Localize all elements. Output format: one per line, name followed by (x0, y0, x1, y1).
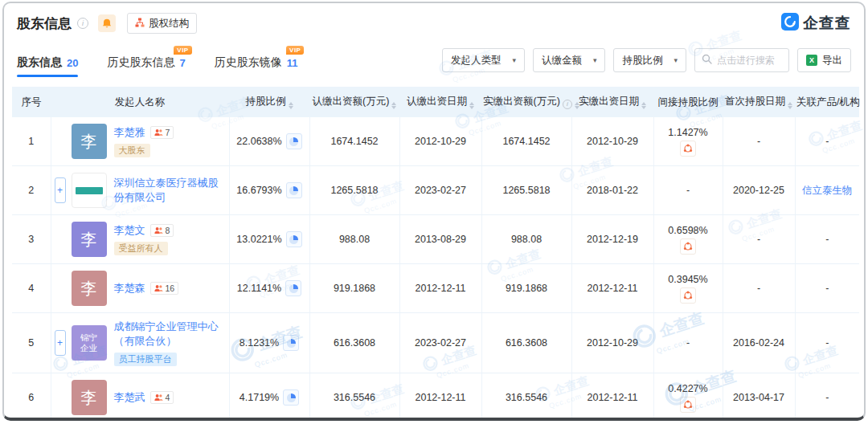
related-product-cell: - (795, 264, 859, 313)
paid-date-cell: 2012-10-29 (571, 313, 653, 373)
tab-bar: 股东信息 20 历史股东信息 7 VIP 历史股东镜像 11 VIP (17, 55, 297, 77)
ratio-value: 8.1231% (240, 337, 279, 349)
equity-penetration-icon[interactable] (680, 287, 696, 304)
search-input[interactable]: 点击进行搜索 (694, 48, 789, 72)
vip-badge: VIP (286, 46, 304, 55)
bell-icon[interactable] (98, 14, 116, 32)
tab-count: 11 (287, 57, 298, 69)
filter-dropdown-2[interactable]: 持股比例 ▾ (613, 48, 686, 72)
related-product-link[interactable]: 信立泰生物 (802, 185, 853, 196)
column-header[interactable]: 持股比例 (229, 87, 309, 117)
shareholder-name-link[interactable]: 李楚文 (114, 223, 145, 238)
relation-count-badge[interactable]: 8 (150, 224, 174, 237)
relation-count-badge[interactable]: 7 (150, 126, 174, 139)
filter-dropdown-1[interactable]: 认缴金额 ▾ (533, 48, 606, 72)
pie-chart-icon[interactable] (286, 133, 302, 149)
column-header: 间接持股比例 (653, 87, 723, 117)
sort-icon[interactable] (289, 102, 293, 109)
table-row: 5 +锦宁企业 成都锦宁企业管理中心（有限合伙） 员工持股平台 8.1231% … (12, 313, 859, 373)
indirect-ratio-value: - (686, 337, 690, 349)
tag-row: 受益所有人 (114, 242, 168, 255)
ratio-value: 13.0221% (236, 234, 281, 245)
sort-icon[interactable] (391, 102, 396, 109)
paid-amount-cell: 316.5546 (481, 373, 571, 422)
pie-chart-icon[interactable] (285, 280, 301, 296)
column-header[interactable]: 首次持股日期 (723, 87, 795, 117)
column-header[interactable]: 实缴出资日期 (571, 87, 653, 117)
column-header-label: 认缴出资日期 (407, 96, 467, 107)
shareholder-name-link[interactable]: 李楚雅 (114, 125, 145, 140)
relation-count: 7 (166, 128, 170, 137)
related-product-cell: - (825, 337, 829, 349)
equity-penetration-icon[interactable] (680, 141, 696, 157)
relation-count-badge[interactable]: 4 (150, 391, 174, 404)
relation-count: 8 (166, 226, 170, 235)
expand-button[interactable]: + (55, 177, 66, 203)
table-row: 2 + 深圳信立泰医疗器械股份有限公司 16.6793% 1265.5818 2… (12, 166, 859, 215)
subscribed-amount-cell: 1265.5818 (309, 166, 399, 215)
avatar: 李 (72, 222, 107, 257)
tag-row: 员工持股平台 (114, 353, 177, 366)
export-button[interactable]: X 导出 (797, 48, 851, 72)
ratio-cell: 13.0221% (229, 215, 309, 264)
indirect-ratio-value: - (686, 185, 690, 196)
subscribed-date-cell: 2012-12-11 (399, 373, 481, 422)
shareholder-name-link[interactable]: 李楚武 (114, 390, 145, 405)
tab-label: 历史股东信息 (107, 55, 174, 70)
related-product-cell: - (825, 392, 829, 403)
sort-icon[interactable] (469, 102, 474, 109)
tab-history-mirror[interactable]: 历史股东镜像 11 VIP (215, 55, 298, 77)
ratio-cell: 12.1141% (229, 264, 309, 313)
table-row: 1 李 李楚雅7 大股东 22.0638% 1674.1452 2012-10-… (12, 117, 859, 166)
pie-chart-icon[interactable] (286, 231, 302, 247)
pie-chart-icon[interactable] (283, 335, 299, 351)
chevron-down-icon: ▾ (512, 56, 516, 64)
founder-name-cell: 李 李楚文8 受益所有人 (51, 215, 229, 264)
qcc-logo-icon (781, 13, 799, 34)
equity-structure-label: 股权结构 (149, 17, 189, 31)
related-product-cell: - (825, 136, 829, 147)
row-index-cell: 2 (12, 166, 51, 215)
subscribed-date-cell: 2023-02-27 (399, 166, 481, 215)
row-index-cell: 3 (12, 215, 51, 264)
search-icon (702, 53, 712, 67)
column-header-label: 实缴出资日期 (579, 96, 639, 107)
tab-history-shareholders[interactable]: 历史股东信息 7 VIP (107, 55, 185, 77)
tab-count: 7 (179, 57, 185, 69)
first-holding-date-cell: 2016-02-24 (723, 313, 795, 373)
table-row: 6 李 李楚武4 4.1719% 316.5546 2012-12-11 316… (12, 373, 859, 422)
shareholder-tag: 受益所有人 (114, 242, 168, 255)
subscribed-date-cell: 2023-02-27 (399, 313, 481, 373)
equity-penetration-icon[interactable] (680, 238, 696, 255)
sort-icon[interactable] (788, 102, 792, 109)
avatar: 李 (72, 271, 107, 306)
subscribed-amount-cell: 1674.1452 (309, 117, 399, 166)
column-header[interactable]: 实缴出资额(万元)i (481, 87, 571, 117)
sort-icon[interactable] (641, 102, 646, 109)
row-index-cell: 4 (12, 264, 51, 313)
filter-dropdown-0[interactable]: 发起人类型 ▾ (442, 48, 525, 72)
paid-amount-cell: 1265.5818 (481, 166, 571, 215)
expand-button[interactable]: + (55, 330, 66, 356)
column-header-label: 实缴出资额(万元) (483, 96, 560, 107)
equity-structure-button[interactable]: 股权结构 (127, 13, 197, 34)
info-icon: i (563, 100, 572, 109)
relation-count-badge[interactable]: 16 (150, 282, 179, 295)
chevron-down-icon: ▾ (674, 56, 678, 64)
tab-shareholders[interactable]: 股东信息 20 (17, 55, 78, 77)
shareholder-name-link[interactable]: 成都锦宁企业管理中心（有限合伙） (114, 320, 226, 349)
pie-chart-icon[interactable] (286, 182, 302, 198)
shareholder-name-link[interactable]: 李楚森 (114, 281, 145, 296)
shareholder-name-link[interactable]: 深圳信立泰医疗器械股份有限公司 (114, 176, 226, 205)
pie-chart-icon[interactable] (283, 389, 299, 406)
first-holding-date-cell: 2020-12-25 (723, 166, 795, 215)
column-header[interactable]: 认缴出资额(万元) (309, 87, 399, 117)
column-header[interactable]: 认缴出资日期 (399, 87, 481, 117)
ratio-value: 16.6793% (236, 185, 281, 196)
plus-icon: + (57, 337, 63, 349)
search-placeholder: 点击进行搜索 (717, 54, 775, 67)
vip-badge: VIP (174, 46, 191, 55)
related-product-cell: - (795, 215, 859, 264)
equity-penetration-icon[interactable] (680, 397, 696, 413)
info-icon: i (77, 18, 88, 29)
